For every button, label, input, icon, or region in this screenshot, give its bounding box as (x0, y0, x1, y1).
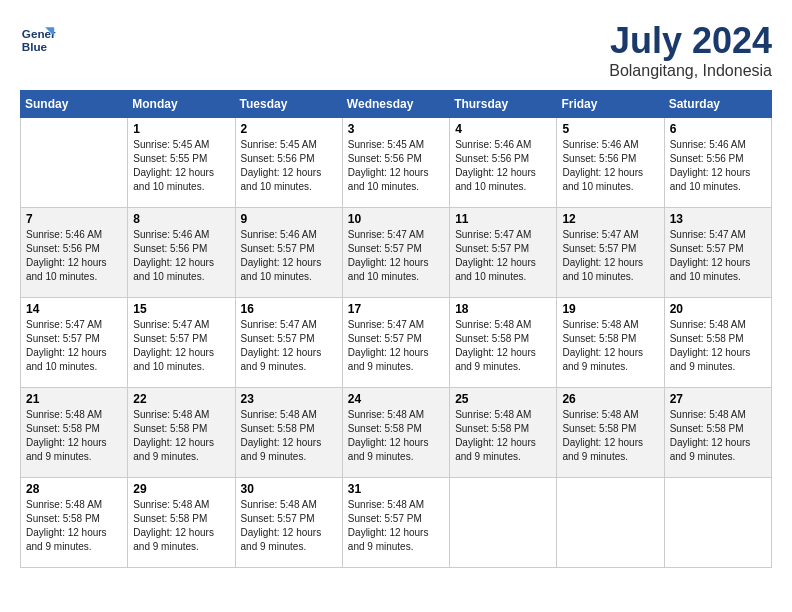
day-number: 1 (133, 122, 229, 136)
calendar-cell: 16Sunrise: 5:47 AM Sunset: 5:57 PM Dayli… (235, 298, 342, 388)
weekday-header: Monday (128, 91, 235, 118)
day-number: 22 (133, 392, 229, 406)
calendar-cell: 19Sunrise: 5:48 AM Sunset: 5:58 PM Dayli… (557, 298, 664, 388)
day-info: Sunrise: 5:48 AM Sunset: 5:58 PM Dayligh… (348, 408, 444, 464)
calendar-week-row: 14Sunrise: 5:47 AM Sunset: 5:57 PM Dayli… (21, 298, 772, 388)
calendar-week-row: 21Sunrise: 5:48 AM Sunset: 5:58 PM Dayli… (21, 388, 772, 478)
calendar-cell: 24Sunrise: 5:48 AM Sunset: 5:58 PM Dayli… (342, 388, 449, 478)
day-info: Sunrise: 5:45 AM Sunset: 5:56 PM Dayligh… (241, 138, 337, 194)
day-info: Sunrise: 5:48 AM Sunset: 5:58 PM Dayligh… (133, 408, 229, 464)
calendar-cell: 9Sunrise: 5:46 AM Sunset: 5:57 PM Daylig… (235, 208, 342, 298)
day-info: Sunrise: 5:48 AM Sunset: 5:58 PM Dayligh… (670, 318, 766, 374)
day-info: Sunrise: 5:46 AM Sunset: 5:57 PM Dayligh… (241, 228, 337, 284)
day-info: Sunrise: 5:47 AM Sunset: 5:57 PM Dayligh… (562, 228, 658, 284)
day-info: Sunrise: 5:48 AM Sunset: 5:58 PM Dayligh… (455, 408, 551, 464)
calendar-cell: 22Sunrise: 5:48 AM Sunset: 5:58 PM Dayli… (128, 388, 235, 478)
calendar-cell: 28Sunrise: 5:48 AM Sunset: 5:58 PM Dayli… (21, 478, 128, 568)
calendar-cell: 26Sunrise: 5:48 AM Sunset: 5:58 PM Dayli… (557, 388, 664, 478)
day-number: 29 (133, 482, 229, 496)
location-title: Bolangitang, Indonesia (609, 62, 772, 80)
logo-icon: General Blue (20, 20, 56, 56)
day-number: 24 (348, 392, 444, 406)
calendar-cell: 17Sunrise: 5:47 AM Sunset: 5:57 PM Dayli… (342, 298, 449, 388)
weekday-row: SundayMondayTuesdayWednesdayThursdayFrid… (21, 91, 772, 118)
weekday-header: Sunday (21, 91, 128, 118)
day-number: 31 (348, 482, 444, 496)
calendar-cell: 29Sunrise: 5:48 AM Sunset: 5:58 PM Dayli… (128, 478, 235, 568)
calendar-cell (557, 478, 664, 568)
day-number: 8 (133, 212, 229, 226)
calendar-cell: 10Sunrise: 5:47 AM Sunset: 5:57 PM Dayli… (342, 208, 449, 298)
day-number: 7 (26, 212, 122, 226)
calendar-cell: 8Sunrise: 5:46 AM Sunset: 5:56 PM Daylig… (128, 208, 235, 298)
calendar-cell: 14Sunrise: 5:47 AM Sunset: 5:57 PM Dayli… (21, 298, 128, 388)
day-number: 5 (562, 122, 658, 136)
calendar-cell: 12Sunrise: 5:47 AM Sunset: 5:57 PM Dayli… (557, 208, 664, 298)
weekday-header: Saturday (664, 91, 771, 118)
calendar-cell: 4Sunrise: 5:46 AM Sunset: 5:56 PM Daylig… (450, 118, 557, 208)
calendar-cell: 7Sunrise: 5:46 AM Sunset: 5:56 PM Daylig… (21, 208, 128, 298)
day-info: Sunrise: 5:48 AM Sunset: 5:57 PM Dayligh… (241, 498, 337, 554)
calendar-cell (450, 478, 557, 568)
day-info: Sunrise: 5:46 AM Sunset: 5:56 PM Dayligh… (670, 138, 766, 194)
calendar-cell: 11Sunrise: 5:47 AM Sunset: 5:57 PM Dayli… (450, 208, 557, 298)
day-info: Sunrise: 5:48 AM Sunset: 5:57 PM Dayligh… (348, 498, 444, 554)
calendar-cell: 21Sunrise: 5:48 AM Sunset: 5:58 PM Dayli… (21, 388, 128, 478)
day-info: Sunrise: 5:46 AM Sunset: 5:56 PM Dayligh… (26, 228, 122, 284)
calendar-cell (21, 118, 128, 208)
day-number: 18 (455, 302, 551, 316)
calendar-cell: 3Sunrise: 5:45 AM Sunset: 5:56 PM Daylig… (342, 118, 449, 208)
weekday-header: Wednesday (342, 91, 449, 118)
day-number: 17 (348, 302, 444, 316)
logo: General Blue (20, 20, 56, 56)
calendar-cell: 30Sunrise: 5:48 AM Sunset: 5:57 PM Dayli… (235, 478, 342, 568)
calendar-cell: 5Sunrise: 5:46 AM Sunset: 5:56 PM Daylig… (557, 118, 664, 208)
calendar-week-row: 7Sunrise: 5:46 AM Sunset: 5:56 PM Daylig… (21, 208, 772, 298)
day-info: Sunrise: 5:46 AM Sunset: 5:56 PM Dayligh… (562, 138, 658, 194)
day-number: 6 (670, 122, 766, 136)
weekday-header: Friday (557, 91, 664, 118)
day-number: 23 (241, 392, 337, 406)
calendar-body: 1Sunrise: 5:45 AM Sunset: 5:55 PM Daylig… (21, 118, 772, 568)
calendar-week-row: 1Sunrise: 5:45 AM Sunset: 5:55 PM Daylig… (21, 118, 772, 208)
day-number: 26 (562, 392, 658, 406)
day-info: Sunrise: 5:48 AM Sunset: 5:58 PM Dayligh… (26, 498, 122, 554)
calendar-header: SundayMondayTuesdayWednesdayThursdayFrid… (21, 91, 772, 118)
day-number: 10 (348, 212, 444, 226)
day-info: Sunrise: 5:45 AM Sunset: 5:55 PM Dayligh… (133, 138, 229, 194)
day-number: 28 (26, 482, 122, 496)
day-number: 15 (133, 302, 229, 316)
day-info: Sunrise: 5:47 AM Sunset: 5:57 PM Dayligh… (26, 318, 122, 374)
day-number: 27 (670, 392, 766, 406)
calendar-cell: 27Sunrise: 5:48 AM Sunset: 5:58 PM Dayli… (664, 388, 771, 478)
svg-text:Blue: Blue (22, 40, 48, 53)
day-number: 19 (562, 302, 658, 316)
calendar-cell: 6Sunrise: 5:46 AM Sunset: 5:56 PM Daylig… (664, 118, 771, 208)
title-block: July 2024 Bolangitang, Indonesia (609, 20, 772, 80)
day-number: 11 (455, 212, 551, 226)
weekday-header: Tuesday (235, 91, 342, 118)
month-title: July 2024 (609, 20, 772, 62)
calendar-cell: 18Sunrise: 5:48 AM Sunset: 5:58 PM Dayli… (450, 298, 557, 388)
day-info: Sunrise: 5:45 AM Sunset: 5:56 PM Dayligh… (348, 138, 444, 194)
calendar-cell: 25Sunrise: 5:48 AM Sunset: 5:58 PM Dayli… (450, 388, 557, 478)
calendar-cell: 31Sunrise: 5:48 AM Sunset: 5:57 PM Dayli… (342, 478, 449, 568)
day-info: Sunrise: 5:47 AM Sunset: 5:57 PM Dayligh… (455, 228, 551, 284)
day-info: Sunrise: 5:47 AM Sunset: 5:57 PM Dayligh… (348, 318, 444, 374)
day-number: 2 (241, 122, 337, 136)
day-number: 20 (670, 302, 766, 316)
day-info: Sunrise: 5:48 AM Sunset: 5:58 PM Dayligh… (241, 408, 337, 464)
calendar-cell: 20Sunrise: 5:48 AM Sunset: 5:58 PM Dayli… (664, 298, 771, 388)
page-header: General Blue July 2024 Bolangitang, Indo… (20, 20, 772, 80)
day-info: Sunrise: 5:47 AM Sunset: 5:57 PM Dayligh… (133, 318, 229, 374)
day-number: 9 (241, 212, 337, 226)
calendar-week-row: 28Sunrise: 5:48 AM Sunset: 5:58 PM Dayli… (21, 478, 772, 568)
day-info: Sunrise: 5:48 AM Sunset: 5:58 PM Dayligh… (133, 498, 229, 554)
day-info: Sunrise: 5:48 AM Sunset: 5:58 PM Dayligh… (26, 408, 122, 464)
day-number: 3 (348, 122, 444, 136)
day-info: Sunrise: 5:48 AM Sunset: 5:58 PM Dayligh… (670, 408, 766, 464)
day-number: 13 (670, 212, 766, 226)
calendar-cell: 23Sunrise: 5:48 AM Sunset: 5:58 PM Dayli… (235, 388, 342, 478)
day-number: 25 (455, 392, 551, 406)
day-number: 4 (455, 122, 551, 136)
